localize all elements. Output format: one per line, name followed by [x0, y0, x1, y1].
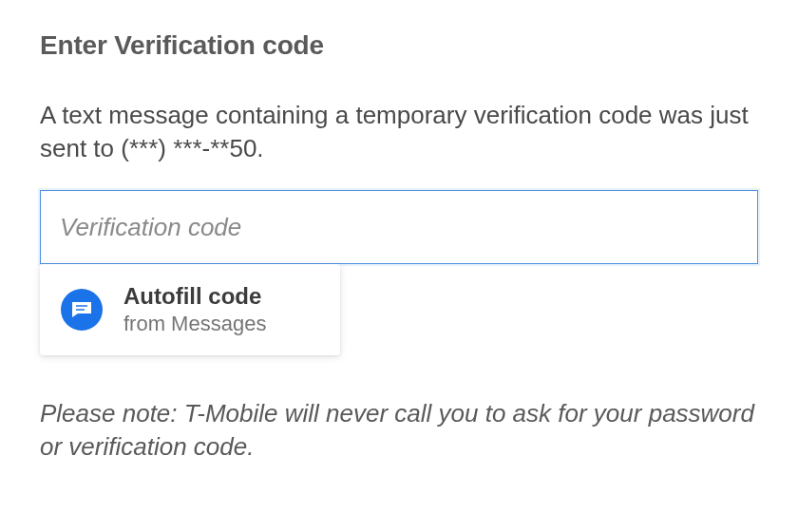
autofill-subtitle: from Messages	[124, 312, 266, 336]
autofill-title: Autofill code	[124, 283, 266, 310]
page-title: Enter Verification code	[40, 30, 758, 61]
instruction-text: A text message containing a temporary ve…	[40, 99, 758, 165]
verification-code-input[interactable]	[40, 190, 758, 264]
messages-icon	[61, 289, 103, 331]
disclaimer-text: Please note: T-Mobile will never call yo…	[40, 397, 758, 464]
autofill-suggestion[interactable]: Autofill code from Messages	[40, 264, 340, 355]
verification-input-wrapper: Autofill code from Messages	[40, 190, 758, 264]
autofill-text-block: Autofill code from Messages	[124, 283, 266, 336]
